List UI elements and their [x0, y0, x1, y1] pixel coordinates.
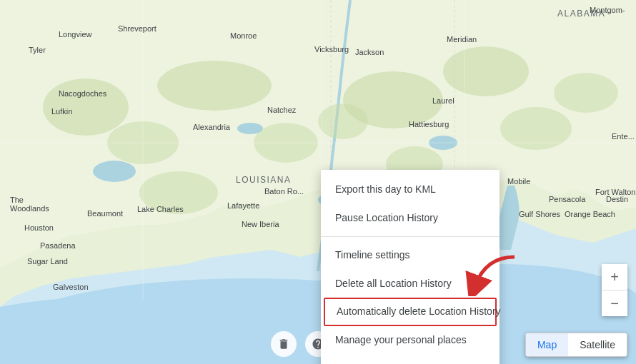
svg-point-10: [157, 61, 272, 111]
arrow-indicator: [464, 253, 522, 296]
svg-point-19: [554, 73, 618, 113]
menu-item-auto-delete[interactable]: Automatically delete Location History: [324, 298, 497, 326]
trash-icon-button[interactable]: [271, 331, 297, 357]
svg-point-9: [43, 79, 129, 136]
svg-point-16: [139, 171, 218, 214]
svg-point-12: [443, 46, 529, 96]
zoom-controls: + −: [602, 264, 627, 316]
map-type-map-button[interactable]: Map: [526, 333, 568, 356]
svg-point-18: [500, 107, 572, 150]
map-type-satellite-button[interactable]: Satellite: [568, 333, 627, 356]
map-container: LOUISIANA ALABAMA Longview Tyler Shrevep…: [0, 0, 636, 364]
svg-point-6: [93, 161, 136, 182]
menu-item-download-data[interactable]: Download a copy of all your data: [321, 355, 500, 364]
menu-divider-1: [321, 236, 500, 237]
zoom-in-button[interactable]: +: [602, 264, 627, 290]
map-type-toggle: Map Satellite: [525, 333, 627, 357]
menu-item-pause-history[interactable]: Pause Location History: [321, 204, 500, 233]
menu-item-manage-places[interactable]: Manage your personal places: [321, 326, 500, 355]
menu-item-export-kml[interactable]: Export this day to KML: [321, 176, 500, 204]
svg-point-15: [318, 103, 368, 139]
zoom-out-button[interactable]: −: [602, 290, 627, 316]
